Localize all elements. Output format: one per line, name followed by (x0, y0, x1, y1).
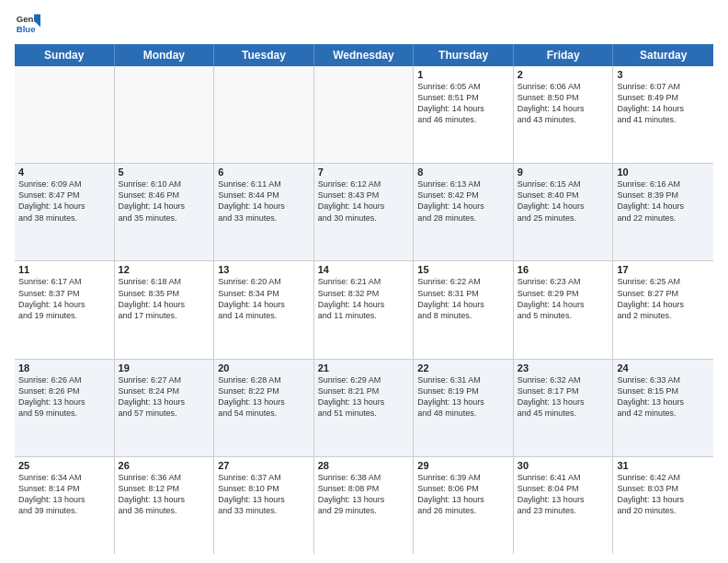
calendar-cell-6: 6Sunrise: 6:11 AM Sunset: 8:44 PM Daylig… (214, 164, 314, 260)
calendar-cell-2: 2Sunrise: 6:06 AM Sunset: 8:50 PM Daylig… (514, 66, 614, 163)
calendar-cell-empty-3 (314, 66, 415, 163)
cell-info: Sunrise: 6:21 AM Sunset: 8:32 PM Dayligh… (318, 276, 410, 321)
cell-info: Sunrise: 6:23 AM Sunset: 8:29 PM Dayligh… (518, 276, 609, 321)
calendar-cell-12: 12Sunrise: 6:18 AM Sunset: 8:35 PM Dayli… (115, 261, 215, 358)
cell-info: Sunrise: 6:28 AM Sunset: 8:22 PM Dayligh… (218, 374, 310, 419)
header-day-monday: Monday (115, 44, 215, 66)
calendar-cell-28: 28Sunrise: 6:38 AM Sunset: 8:08 PM Dayli… (314, 457, 415, 554)
calendar-cell-23: 23Sunrise: 6:32 AM Sunset: 8:17 PM Dayli… (514, 360, 614, 456)
cell-info: Sunrise: 6:11 AM Sunset: 8:44 PM Dayligh… (218, 178, 310, 224)
cell-info: Sunrise: 6:31 AM Sunset: 8:19 PM Dayligh… (417, 374, 509, 419)
day-number: 3 (617, 69, 710, 80)
cell-info: Sunrise: 6:33 AM Sunset: 8:15 PM Dayligh… (617, 374, 710, 419)
cell-info: Sunrise: 6:12 AM Sunset: 8:43 PM Dayligh… (318, 178, 410, 224)
day-number: 16 (518, 264, 609, 275)
calendar-row-1: 4Sunrise: 6:09 AM Sunset: 8:47 PM Daylig… (15, 164, 713, 261)
calendar-row-0: 1Sunrise: 6:05 AM Sunset: 8:51 PM Daylig… (15, 66, 713, 164)
calendar-cell-19: 19Sunrise: 6:27 AM Sunset: 8:24 PM Dayli… (115, 360, 215, 456)
cell-info: Sunrise: 6:22 AM Sunset: 8:31 PM Dayligh… (417, 276, 509, 321)
day-number: 27 (218, 460, 310, 471)
cell-info: Sunrise: 6:15 AM Sunset: 8:40 PM Dayligh… (518, 178, 609, 224)
day-number: 15 (417, 264, 509, 275)
header-day-thursday: Thursday (414, 44, 514, 66)
calendar-cell-11: 11Sunrise: 6:17 AM Sunset: 8:37 PM Dayli… (15, 261, 115, 358)
day-number: 29 (417, 460, 509, 471)
day-number: 24 (617, 362, 710, 373)
calendar: SundayMondayTuesdayWednesdayThursdayFrid… (15, 44, 713, 554)
cell-info: Sunrise: 6:25 AM Sunset: 8:27 PM Dayligh… (617, 276, 710, 321)
cell-info: Sunrise: 6:06 AM Sunset: 8:50 PM Dayligh… (518, 81, 609, 126)
cell-info: Sunrise: 6:13 AM Sunset: 8:42 PM Dayligh… (417, 178, 509, 224)
day-number: 11 (18, 264, 110, 275)
page: General Blue SundayMondayTuesdayWednesda… (0, 0, 728, 563)
day-number: 8 (417, 167, 509, 178)
calendar-cell-20: 20Sunrise: 6:28 AM Sunset: 8:22 PM Dayli… (214, 360, 314, 456)
calendar-cell-21: 21Sunrise: 6:29 AM Sunset: 8:21 PM Dayli… (314, 360, 415, 456)
day-number: 25 (18, 460, 110, 471)
cell-info: Sunrise: 6:39 AM Sunset: 8:06 PM Dayligh… (417, 472, 509, 517)
calendar-cell-16: 16Sunrise: 6:23 AM Sunset: 8:29 PM Dayli… (514, 261, 614, 358)
header-day-wednesday: Wednesday (314, 44, 415, 66)
calendar-cell-9: 9Sunrise: 6:15 AM Sunset: 8:40 PM Daylig… (514, 164, 614, 260)
day-number: 26 (119, 460, 210, 471)
cell-info: Sunrise: 6:38 AM Sunset: 8:08 PM Dayligh… (318, 472, 410, 517)
calendar-cell-25: 25Sunrise: 6:34 AM Sunset: 8:14 PM Dayli… (15, 457, 115, 554)
logo-icon: General Blue (15, 11, 40, 37)
day-number: 6 (218, 167, 310, 178)
day-number: 2 (518, 69, 609, 80)
cell-info: Sunrise: 6:36 AM Sunset: 8:12 PM Dayligh… (119, 472, 210, 517)
cell-info: Sunrise: 6:42 AM Sunset: 8:03 PM Dayligh… (617, 472, 710, 517)
calendar-cell-13: 13Sunrise: 6:20 AM Sunset: 8:34 PM Dayli… (214, 261, 314, 358)
cell-info: Sunrise: 6:26 AM Sunset: 8:26 PM Dayligh… (18, 374, 110, 419)
calendar-cell-8: 8Sunrise: 6:13 AM Sunset: 8:42 PM Daylig… (414, 164, 514, 260)
calendar-cell-18: 18Sunrise: 6:26 AM Sunset: 8:26 PM Dayli… (15, 360, 115, 456)
header: General Blue (15, 11, 713, 37)
cell-info: Sunrise: 6:16 AM Sunset: 8:39 PM Dayligh… (617, 178, 710, 224)
cell-info: Sunrise: 6:05 AM Sunset: 8:51 PM Dayligh… (417, 81, 509, 126)
calendar-cell-10: 10Sunrise: 6:16 AM Sunset: 8:39 PM Dayli… (613, 164, 713, 260)
day-number: 17 (617, 264, 710, 275)
cell-info: Sunrise: 6:34 AM Sunset: 8:14 PM Dayligh… (18, 472, 110, 517)
calendar-cell-empty-2 (214, 66, 314, 163)
header-day-friday: Friday (514, 44, 614, 66)
cell-info: Sunrise: 6:18 AM Sunset: 8:35 PM Dayligh… (119, 276, 210, 321)
day-number: 12 (119, 264, 210, 275)
calendar-cell-31: 31Sunrise: 6:42 AM Sunset: 8:03 PM Dayli… (613, 457, 713, 554)
cell-info: Sunrise: 6:37 AM Sunset: 8:10 PM Dayligh… (218, 472, 310, 517)
calendar-cell-4: 4Sunrise: 6:09 AM Sunset: 8:47 PM Daylig… (15, 164, 115, 260)
cell-info: Sunrise: 6:09 AM Sunset: 8:47 PM Dayligh… (18, 178, 110, 224)
day-number: 7 (318, 167, 410, 178)
calendar-cell-3: 3Sunrise: 6:07 AM Sunset: 8:49 PM Daylig… (613, 66, 713, 163)
header-day-tuesday: Tuesday (214, 44, 314, 66)
calendar-cell-5: 5Sunrise: 6:10 AM Sunset: 8:46 PM Daylig… (115, 164, 215, 260)
cell-info: Sunrise: 6:41 AM Sunset: 8:04 PM Dayligh… (518, 472, 609, 517)
day-number: 22 (417, 362, 509, 373)
day-number: 21 (318, 362, 410, 373)
day-number: 13 (218, 264, 310, 275)
header-day-sunday: Sunday (15, 44, 115, 66)
calendar-cell-26: 26Sunrise: 6:36 AM Sunset: 8:12 PM Dayli… (115, 457, 215, 554)
calendar-cell-27: 27Sunrise: 6:37 AM Sunset: 8:10 PM Dayli… (214, 457, 314, 554)
calendar-cell-empty-1 (115, 66, 215, 163)
calendar-body: 1Sunrise: 6:05 AM Sunset: 8:51 PM Daylig… (15, 66, 713, 554)
logo: General Blue (15, 11, 40, 37)
calendar-row-2: 11Sunrise: 6:17 AM Sunset: 8:37 PM Dayli… (15, 261, 713, 359)
calendar-cell-22: 22Sunrise: 6:31 AM Sunset: 8:19 PM Dayli… (414, 360, 514, 456)
calendar-cell-empty-0 (15, 66, 115, 163)
day-number: 20 (218, 362, 310, 373)
calendar-cell-15: 15Sunrise: 6:22 AM Sunset: 8:31 PM Dayli… (414, 261, 514, 358)
cell-info: Sunrise: 6:17 AM Sunset: 8:37 PM Dayligh… (18, 276, 110, 321)
header-day-saturday: Saturday (613, 44, 713, 66)
calendar-header: SundayMondayTuesdayWednesdayThursdayFrid… (15, 44, 713, 66)
day-number: 28 (318, 460, 410, 471)
day-number: 1 (417, 69, 509, 80)
calendar-row-4: 25Sunrise: 6:34 AM Sunset: 8:14 PM Dayli… (15, 457, 713, 554)
calendar-cell-17: 17Sunrise: 6:25 AM Sunset: 8:27 PM Dayli… (613, 261, 713, 358)
cell-info: Sunrise: 6:10 AM Sunset: 8:46 PM Dayligh… (119, 178, 210, 224)
day-number: 31 (617, 460, 710, 471)
calendar-cell-7: 7Sunrise: 6:12 AM Sunset: 8:43 PM Daylig… (314, 164, 415, 260)
day-number: 30 (518, 460, 609, 471)
svg-text:Blue: Blue (17, 24, 36, 34)
calendar-row-3: 18Sunrise: 6:26 AM Sunset: 8:26 PM Dayli… (15, 360, 713, 457)
cell-info: Sunrise: 6:07 AM Sunset: 8:49 PM Dayligh… (617, 81, 710, 126)
